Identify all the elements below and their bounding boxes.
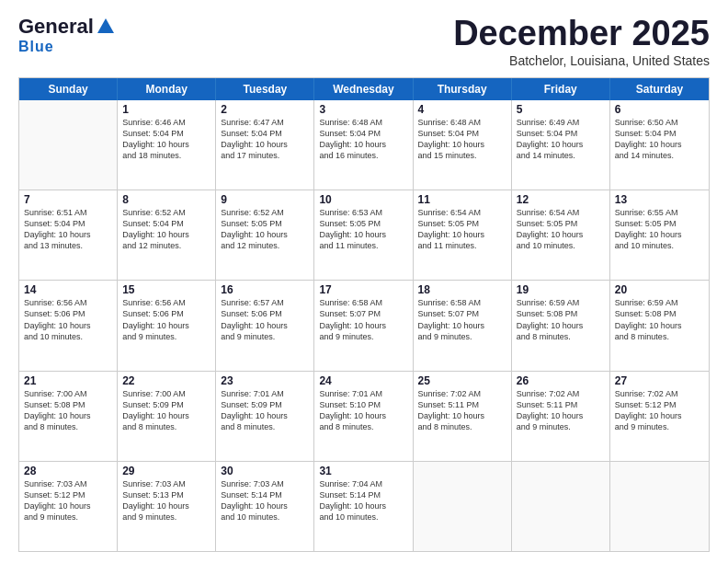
day-info: Sunrise: 7:02 AM Sunset: 5:11 PM Dayligh…: [418, 388, 506, 433]
day-number: 22: [122, 374, 210, 387]
day-info: Sunrise: 6:56 AM Sunset: 5:06 PM Dayligh…: [24, 297, 112, 342]
svg-marker-0: [97, 18, 114, 33]
calendar-day-header: Wednesday: [314, 78, 413, 100]
calendar-cell: [19, 100, 118, 190]
logo: General Blue: [18, 15, 116, 55]
calendar-cell: 1Sunrise: 6:46 AM Sunset: 5:04 PM Daylig…: [118, 100, 216, 190]
day-info: Sunrise: 7:03 AM Sunset: 5:13 PM Dayligh…: [122, 478, 210, 523]
calendar-cell: 2Sunrise: 6:47 AM Sunset: 5:04 PM Daylig…: [216, 100, 314, 190]
calendar-day-header: Saturday: [610, 78, 709, 100]
day-info: Sunrise: 6:54 AM Sunset: 5:05 PM Dayligh…: [517, 207, 605, 252]
calendar-cell: 11Sunrise: 6:54 AM Sunset: 5:05 PM Dayli…: [414, 190, 512, 280]
day-number: 19: [517, 283, 605, 296]
main-title: December 2025: [453, 15, 710, 53]
calendar-cell: 17Sunrise: 6:58 AM Sunset: 5:07 PM Dayli…: [314, 281, 413, 370]
calendar-cell: 19Sunrise: 6:59 AM Sunset: 5:08 PM Dayli…: [512, 281, 610, 370]
day-info: Sunrise: 6:47 AM Sunset: 5:04 PM Dayligh…: [221, 117, 309, 162]
day-number: 20: [615, 283, 704, 296]
header: General Blue December 2025 Batchelor, Lo…: [18, 15, 710, 68]
calendar-cell: 3Sunrise: 6:48 AM Sunset: 5:04 PM Daylig…: [314, 100, 413, 190]
calendar-cell: 24Sunrise: 7:01 AM Sunset: 5:10 PM Dayli…: [314, 372, 413, 461]
day-number: 30: [221, 465, 309, 477]
day-number: 24: [319, 374, 407, 387]
calendar-week-row: 1Sunrise: 6:46 AM Sunset: 5:04 PM Daylig…: [19, 100, 709, 190]
calendar-cell: 14Sunrise: 6:56 AM Sunset: 5:06 PM Dayli…: [19, 281, 118, 370]
logo-icon: [96, 17, 116, 37]
calendar-cell: [610, 462, 709, 551]
calendar-cell: 18Sunrise: 6:58 AM Sunset: 5:07 PM Dayli…: [414, 281, 512, 370]
day-info: Sunrise: 6:59 AM Sunset: 5:08 PM Dayligh…: [517, 297, 605, 342]
calendar-cell: 26Sunrise: 7:02 AM Sunset: 5:11 PM Dayli…: [512, 372, 610, 461]
day-info: Sunrise: 7:01 AM Sunset: 5:09 PM Dayligh…: [221, 388, 309, 433]
day-info: Sunrise: 6:48 AM Sunset: 5:04 PM Dayligh…: [418, 117, 506, 162]
day-info: Sunrise: 6:46 AM Sunset: 5:04 PM Dayligh…: [122, 117, 210, 162]
day-number: 12: [517, 193, 605, 206]
calendar-cell: [414, 462, 512, 551]
calendar-cell: 30Sunrise: 7:03 AM Sunset: 5:14 PM Dayli…: [216, 462, 314, 551]
calendar-day-header: Monday: [118, 78, 216, 100]
calendar-cell: 16Sunrise: 6:57 AM Sunset: 5:06 PM Dayli…: [216, 281, 314, 370]
day-number: 29: [122, 465, 210, 477]
day-info: Sunrise: 6:57 AM Sunset: 5:06 PM Dayligh…: [221, 297, 309, 342]
day-info: Sunrise: 6:53 AM Sunset: 5:05 PM Dayligh…: [319, 207, 407, 252]
day-info: Sunrise: 6:58 AM Sunset: 5:07 PM Dayligh…: [319, 297, 407, 342]
day-number: 11: [418, 193, 506, 206]
calendar-cell: 22Sunrise: 7:00 AM Sunset: 5:09 PM Dayli…: [118, 372, 216, 461]
calendar-cell: 21Sunrise: 7:00 AM Sunset: 5:08 PM Dayli…: [19, 372, 118, 461]
day-number: 10: [319, 193, 407, 206]
calendar-cell: 31Sunrise: 7:04 AM Sunset: 5:14 PM Dayli…: [314, 462, 413, 551]
day-info: Sunrise: 7:03 AM Sunset: 5:12 PM Dayligh…: [24, 478, 112, 523]
day-number: 9: [221, 193, 309, 206]
day-number: 27: [615, 374, 704, 387]
day-number: 8: [122, 193, 210, 206]
day-number: 21: [24, 374, 112, 387]
day-info: Sunrise: 7:00 AM Sunset: 5:09 PM Dayligh…: [122, 388, 210, 433]
day-number: 28: [24, 465, 112, 477]
logo-blue: Blue: [18, 39, 54, 55]
day-info: Sunrise: 6:55 AM Sunset: 5:05 PM Dayligh…: [615, 207, 704, 252]
calendar-cell: [512, 462, 610, 551]
calendar-cell: 9Sunrise: 6:52 AM Sunset: 5:05 PM Daylig…: [216, 190, 314, 280]
title-block: December 2025 Batchelor, Louisiana, Unit…: [453, 15, 710, 68]
day-number: 2: [221, 103, 309, 116]
calendar-week-row: 28Sunrise: 7:03 AM Sunset: 5:12 PM Dayli…: [19, 462, 709, 551]
day-info: Sunrise: 7:03 AM Sunset: 5:14 PM Dayligh…: [221, 478, 309, 523]
calendar-header: SundayMondayTuesdayWednesdayThursdayFrid…: [19, 78, 709, 100]
day-number: 17: [319, 283, 407, 296]
day-info: Sunrise: 6:56 AM Sunset: 5:06 PM Dayligh…: [122, 297, 210, 342]
day-info: Sunrise: 6:58 AM Sunset: 5:07 PM Dayligh…: [418, 297, 506, 342]
day-info: Sunrise: 6:54 AM Sunset: 5:05 PM Dayligh…: [418, 207, 506, 252]
calendar-week-row: 21Sunrise: 7:00 AM Sunset: 5:08 PM Dayli…: [19, 372, 709, 462]
day-number: 15: [122, 283, 210, 296]
day-info: Sunrise: 6:59 AM Sunset: 5:08 PM Dayligh…: [615, 297, 704, 342]
calendar-cell: 27Sunrise: 7:02 AM Sunset: 5:12 PM Dayli…: [610, 372, 709, 461]
day-info: Sunrise: 6:52 AM Sunset: 5:05 PM Dayligh…: [221, 207, 309, 252]
day-number: 14: [24, 283, 112, 296]
calendar-cell: 29Sunrise: 7:03 AM Sunset: 5:13 PM Dayli…: [118, 462, 216, 551]
calendar-week-row: 7Sunrise: 6:51 AM Sunset: 5:04 PM Daylig…: [19, 190, 709, 281]
day-info: Sunrise: 6:48 AM Sunset: 5:04 PM Dayligh…: [319, 117, 407, 162]
day-info: Sunrise: 6:50 AM Sunset: 5:04 PM Dayligh…: [615, 117, 704, 162]
day-number: 4: [418, 103, 506, 116]
day-number: 26: [517, 374, 605, 387]
day-info: Sunrise: 6:51 AM Sunset: 5:04 PM Dayligh…: [24, 207, 112, 252]
day-number: 18: [418, 283, 506, 296]
day-info: Sunrise: 6:49 AM Sunset: 5:04 PM Dayligh…: [517, 117, 605, 162]
calendar-day-header: Sunday: [19, 78, 118, 100]
calendar-cell: 5Sunrise: 6:49 AM Sunset: 5:04 PM Daylig…: [512, 100, 610, 190]
calendar-cell: 12Sunrise: 6:54 AM Sunset: 5:05 PM Dayli…: [512, 190, 610, 280]
day-number: 16: [221, 283, 309, 296]
calendar-cell: 23Sunrise: 7:01 AM Sunset: 5:09 PM Dayli…: [216, 372, 314, 461]
subtitle: Batchelor, Louisiana, United States: [453, 53, 710, 68]
day-info: Sunrise: 7:02 AM Sunset: 5:11 PM Dayligh…: [517, 388, 605, 433]
day-info: Sunrise: 7:00 AM Sunset: 5:08 PM Dayligh…: [24, 388, 112, 433]
calendar-day-header: Tuesday: [216, 78, 314, 100]
day-number: 31: [319, 465, 407, 477]
day-number: 3: [319, 103, 407, 116]
day-info: Sunrise: 7:01 AM Sunset: 5:10 PM Dayligh…: [319, 388, 407, 433]
day-number: 7: [24, 193, 112, 206]
day-number: 13: [615, 193, 704, 206]
calendar-week-row: 14Sunrise: 6:56 AM Sunset: 5:06 PM Dayli…: [19, 281, 709, 371]
calendar-cell: 7Sunrise: 6:51 AM Sunset: 5:04 PM Daylig…: [19, 190, 118, 280]
calendar-cell: 13Sunrise: 6:55 AM Sunset: 5:05 PM Dayli…: [610, 190, 709, 280]
